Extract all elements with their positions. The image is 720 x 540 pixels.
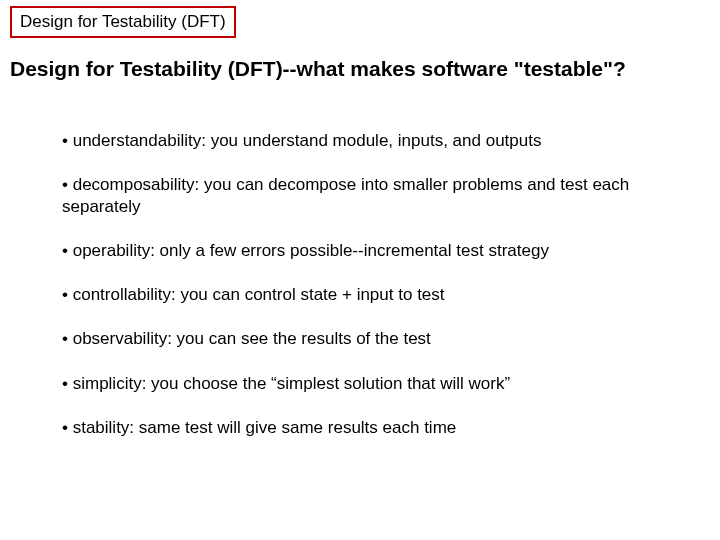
bullet-dot-icon: • <box>62 241 73 260</box>
bullet-text: controllability: you can control state +… <box>73 285 445 304</box>
heading-text: Design for Testability (DFT)--what makes… <box>10 57 626 80</box>
bullet-dot-icon: • <box>62 175 73 194</box>
list-item: • stability: same test will give same re… <box>62 417 680 439</box>
bullet-text: simplicity: you choose the “simplest sol… <box>73 374 510 393</box>
bullet-list: • understandability: you understand modu… <box>62 130 680 461</box>
bullet-dot-icon: • <box>62 131 73 150</box>
list-item: • understandability: you understand modu… <box>62 130 680 152</box>
bullet-text: understandability: you understand module… <box>73 131 542 150</box>
bullet-text: operability: only a few errors possible-… <box>73 241 549 260</box>
list-item: • observability: you can see the results… <box>62 328 680 350</box>
bullet-dot-icon: • <box>62 285 73 304</box>
bullet-dot-icon: • <box>62 374 73 393</box>
bullet-dot-icon: • <box>62 418 73 437</box>
page-heading: Design for Testability (DFT)--what makes… <box>10 56 700 82</box>
list-item: • simplicity: you choose the “simplest s… <box>62 373 680 395</box>
bullet-text: observability: you can see the results o… <box>73 329 431 348</box>
list-item: • operability: only a few errors possibl… <box>62 240 680 262</box>
title-box: Design for Testability (DFT) <box>10 6 236 38</box>
bullet-text: decomposability: you can decompose into … <box>62 175 629 216</box>
bullet-text: stability: same test will give same resu… <box>73 418 457 437</box>
title-box-text: Design for Testability (DFT) <box>20 12 226 31</box>
bullet-dot-icon: • <box>62 329 73 348</box>
list-item: • controllability: you can control state… <box>62 284 680 306</box>
list-item: • decomposability: you can decompose int… <box>62 174 680 218</box>
